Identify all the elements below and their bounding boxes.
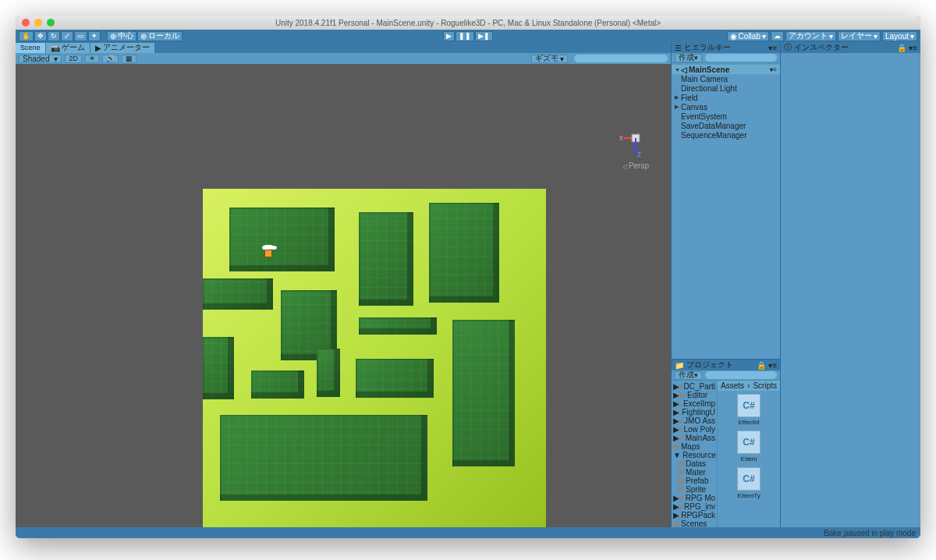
inspector-header: ⓘインスペクター🔒 ▾≡ xyxy=(781,42,920,53)
layers-dropdown[interactable]: レイヤー▾ xyxy=(838,31,881,41)
player-entity xyxy=(262,246,275,257)
window-title: Unity 2018.4.21f1 Personal - MainScene.u… xyxy=(275,19,661,27)
scene-viewport[interactable]: x z ◁ Persp xyxy=(16,64,671,538)
tab-scene[interactable]: Scene xyxy=(16,43,46,53)
asset-item[interactable]: C#EItem xyxy=(737,431,760,463)
tab-animator[interactable]: ▶アニメーター xyxy=(90,43,155,53)
project-create[interactable]: 作成 ▾ xyxy=(675,371,702,380)
collab-button[interactable]: ◉Collab▾ xyxy=(727,31,769,41)
layout-dropdown[interactable]: Layout▾ xyxy=(882,31,917,41)
audio-toggle[interactable]: 🔊 xyxy=(102,55,119,63)
project-search[interactable] xyxy=(705,371,777,379)
pivot-center-toggle[interactable]: ⊕中心 xyxy=(107,31,136,41)
svg-text:x: x xyxy=(619,133,623,142)
hierarchy-item[interactable]: Main Camera xyxy=(672,74,780,83)
tree-item[interactable]: Prefab xyxy=(672,477,717,485)
rect-tool[interactable]: ▭ xyxy=(74,31,87,41)
tree-item[interactable]: Maps xyxy=(672,442,717,451)
orientation-gizmo[interactable]: x z xyxy=(616,119,655,158)
main-toolbar: ✋ ✥ ↻ ⤢ ▭ ✦ ⊕中心 ⊕ローカル ▶ ❚❚ ▶❚ ◉Collab▾ ☁… xyxy=(16,30,920,42)
titlebar: Unity 2018.4.21f1 Personal - MainScene.u… xyxy=(16,16,920,30)
tree-item[interactable]: ▶JMO Ass xyxy=(672,416,717,425)
project-tree: ▶DC_Parti ▶Editor ▶ExcelImp ▶FightingU ▶… xyxy=(672,381,717,538)
tree-item[interactable]: Mater xyxy=(672,468,717,477)
tree-item[interactable]: ▶ExcelImp xyxy=(672,399,717,408)
svg-text:z: z xyxy=(637,150,641,158)
tree-item[interactable]: ▶RPGPack xyxy=(672,511,717,519)
asset-item[interactable]: C#EffectM xyxy=(737,394,760,426)
pivot-local-toggle[interactable]: ⊕ローカル xyxy=(137,31,183,41)
maximize-button[interactable] xyxy=(47,19,55,27)
level-floor xyxy=(203,189,546,532)
hierarchy-search[interactable] xyxy=(705,54,777,62)
asset-item[interactable]: C#EItemTy xyxy=(737,467,760,499)
tree-item[interactable]: ▶Editor xyxy=(672,391,717,399)
tree-item[interactable]: ▶RPG Mo xyxy=(672,494,717,502)
close-button[interactable] xyxy=(22,19,30,27)
pause-button[interactable]: ❚❚ xyxy=(456,31,474,41)
tree-item[interactable]: ▶Low Poly xyxy=(672,425,717,434)
fx-toggle[interactable]: ▦ xyxy=(122,55,136,63)
tree-item[interactable]: ▶DC_Parti xyxy=(672,382,717,391)
tree-item[interactable]: ▶MainAss xyxy=(672,434,717,442)
scene-tabs: Scene 📷ゲーム ▶アニメーター xyxy=(16,42,671,53)
tree-item[interactable]: ▶RPG_inv xyxy=(672,502,717,511)
hierarchy-item[interactable]: ▶Canvas xyxy=(672,102,780,112)
scene-toolbar: Shaded▾ 2D ☀ 🔊 ▦ ギズモ▾ xyxy=(16,53,671,64)
csharp-icon: C# xyxy=(737,467,760,491)
hierarchy-create[interactable]: 作成 ▾ xyxy=(675,54,702,62)
tree-item[interactable]: Sprite xyxy=(672,485,717,494)
hierarchy-scene[interactable]: ▼◁MainScene▾≡ xyxy=(672,65,780,74)
hierarchy-list: ▼◁MainScene▾≡ Main Camera Directional Li… xyxy=(672,63,780,359)
hierarchy-item[interactable]: Directional Light xyxy=(672,83,780,93)
play-button[interactable]: ▶ xyxy=(443,31,455,41)
hierarchy-item[interactable]: EventSystem xyxy=(672,112,780,121)
project-header: 📁プロジェクト🔒 ▾≡ xyxy=(672,360,780,370)
gizmos-dropdown[interactable]: ギズモ▾ xyxy=(531,55,568,63)
unity-window: Unity 2018.4.21f1 Personal - MainScene.u… xyxy=(16,16,920,538)
move-tool[interactable]: ✥ xyxy=(34,31,47,41)
csharp-icon: C# xyxy=(737,431,760,454)
status-bar: Bake paused in play mode xyxy=(16,527,920,538)
minimize-button[interactable] xyxy=(34,19,42,27)
shaded-dropdown[interactable]: Shaded▾ xyxy=(19,55,62,63)
tree-item[interactable]: ▼Resource xyxy=(672,451,717,459)
cloud-button[interactable]: ☁ xyxy=(771,31,784,41)
scale-tool[interactable]: ⤢ xyxy=(61,31,73,41)
tree-item[interactable]: Datas xyxy=(672,459,717,468)
project-breadcrumb[interactable]: Assets›Scripts xyxy=(718,381,780,391)
transform-tool[interactable]: ✦ xyxy=(88,31,101,41)
tree-item[interactable]: ▶FightingU xyxy=(672,408,717,416)
traffic-lights xyxy=(22,19,55,27)
step-button[interactable]: ▶❚ xyxy=(475,31,493,41)
csharp-icon: C# xyxy=(737,394,760,417)
hierarchy-item[interactable]: SequenceManager xyxy=(672,130,780,140)
scene-search[interactable] xyxy=(574,55,668,62)
inspector-body xyxy=(781,53,920,538)
lighting-toggle[interactable]: ☀ xyxy=(85,55,99,63)
hierarchy-header: ☰ヒエラルキー▾≡ xyxy=(672,42,780,53)
hierarchy-item[interactable]: SaveDataManager xyxy=(672,121,780,130)
project-assets-grid: C#EffectM C#EItem C#EItemTy xyxy=(718,391,780,527)
account-dropdown[interactable]: アカウント▾ xyxy=(785,31,836,41)
rotate-tool[interactable]: ↻ xyxy=(48,31,60,41)
tab-game[interactable]: 📷ゲーム xyxy=(46,43,90,53)
hand-tool[interactable]: ✋ xyxy=(19,31,34,41)
hierarchy-item[interactable]: ▶Field xyxy=(672,93,780,102)
2d-toggle[interactable]: 2D xyxy=(65,55,82,63)
projection-label[interactable]: ◁ Persp xyxy=(622,161,649,170)
